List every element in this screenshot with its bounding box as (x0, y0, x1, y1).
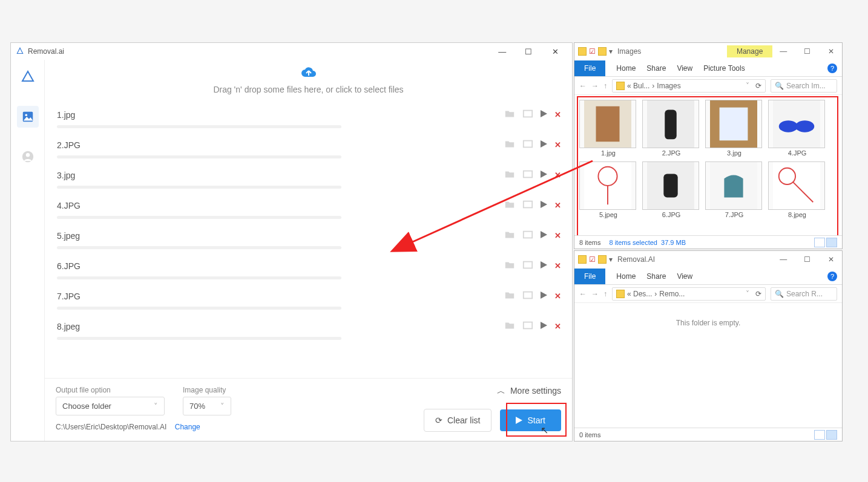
remove-button[interactable]: ✕ (554, 291, 561, 301)
nav-row: ← → ↑ « Bul... › Images ˅ ⟳ 🔍 Search Im.… (574, 77, 842, 95)
play-button[interactable] (541, 201, 547, 210)
play-button[interactable] (541, 231, 547, 240)
maximize-button[interactable]: ☐ (797, 47, 818, 56)
open-folder-icon[interactable] (504, 109, 515, 120)
preview-icon[interactable] (522, 321, 533, 332)
minimize-button[interactable]: — (772, 255, 794, 264)
up-button[interactable]: ↑ (603, 290, 607, 298)
remove-button[interactable]: ✕ (554, 110, 561, 119)
search-icon: 🔍 (775, 82, 784, 90)
app-title: Removal.ai (28, 47, 64, 56)
open-folder-icon[interactable] (504, 169, 515, 181)
file-thumbnail[interactable]: 7.JPG (705, 161, 763, 218)
back-button[interactable]: ← (579, 82, 587, 90)
svg-rect-5 (524, 141, 532, 148)
file-thumbnail[interactable]: 5.jpeg (579, 161, 637, 218)
play-button[interactable] (541, 291, 547, 301)
preview-icon[interactable] (522, 200, 533, 211)
quality-select[interactable]: 70% (183, 397, 231, 415)
nav-row: ← → ↑ « Des... › Remo... ˅ ⟳ 🔍 Search R.… (574, 285, 842, 303)
remove-button[interactable]: ✕ (554, 201, 561, 210)
play-button[interactable] (541, 140, 547, 149)
file-thumbnail[interactable]: 2.JPG (642, 100, 700, 157)
folder-icon (616, 82, 625, 90)
share-tab[interactable]: Share (646, 64, 666, 73)
help-icon[interactable]: ? (827, 272, 837, 281)
remove-button[interactable]: ✕ (554, 261, 561, 270)
search-input[interactable]: 🔍 Search Im... (771, 79, 837, 93)
window-controls: — ☐ ✕ (490, 47, 567, 56)
open-folder-icon[interactable] (504, 139, 515, 151)
open-folder-icon[interactable] (504, 290, 515, 302)
open-folder-icon[interactable] (504, 321, 515, 332)
view-tab[interactable]: View (677, 64, 692, 73)
home-tab[interactable]: Home (616, 64, 636, 73)
open-folder-icon[interactable] (504, 230, 515, 241)
forward-button[interactable]: → (591, 290, 599, 298)
address-bar[interactable]: « Des... › Remo... ˅ ⟳ (612, 287, 766, 301)
file-thumbnail[interactable]: 3.jpg (705, 100, 763, 157)
folder-icon (598, 47, 607, 56)
remove-button[interactable]: ✕ (554, 322, 561, 331)
output-folder-select[interactable]: Choose folder (56, 397, 165, 415)
chevron-down-icon[interactable]: ˅ (746, 82, 749, 90)
home-tab[interactable]: Home (616, 272, 636, 281)
preview-icon[interactable] (522, 109, 533, 120)
progress-bar (57, 246, 341, 249)
play-button[interactable] (541, 171, 547, 180)
file-tab[interactable]: File (574, 60, 605, 76)
save-icon[interactable]: ☑ (589, 47, 596, 56)
dropzone[interactable]: Drag 'n' drop some files here, or click … (45, 60, 572, 103)
dropdown-icon[interactable]: ▾ (609, 255, 613, 264)
picture-tools-tab[interactable]: Picture Tools (703, 64, 745, 73)
change-link[interactable]: Change (175, 423, 200, 431)
file-thumbnail[interactable]: 6.JPG (642, 161, 700, 218)
preview-icon[interactable] (522, 230, 533, 241)
play-button[interactable] (541, 322, 547, 331)
open-folder-icon[interactable] (504, 200, 515, 211)
remove-button[interactable]: ✕ (554, 231, 561, 240)
minimize-button[interactable]: — (772, 47, 794, 56)
preview-icon[interactable] (522, 260, 533, 272)
up-button[interactable]: ↑ (603, 82, 607, 90)
clear-list-button[interactable]: ⟳ Clear list (424, 409, 492, 432)
refresh-icon[interactable]: ⟳ (755, 290, 761, 298)
file-thumbnail[interactable]: 8.jpeg (768, 161, 826, 218)
close-button[interactable]: ✕ (543, 47, 567, 56)
file-name: 4.JPG (57, 201, 560, 210)
maximize-button[interactable]: ☐ (797, 255, 818, 264)
view-tab[interactable]: View (677, 272, 692, 281)
more-settings[interactable]: ︿ More settings (497, 386, 561, 397)
close-button[interactable]: ✕ (820, 255, 842, 264)
share-tab[interactable]: Share (646, 272, 666, 281)
minimize-button[interactable]: — (490, 47, 515, 56)
save-icon[interactable]: ☑ (589, 255, 596, 264)
play-button[interactable] (541, 110, 547, 119)
address-bar[interactable]: « Bul... › Images ˅ ⟳ (612, 79, 766, 93)
file-thumbnail[interactable]: 4.JPG (768, 100, 826, 157)
file-tab[interactable]: File (574, 269, 605, 284)
rail-images-tab[interactable] (17, 106, 39, 128)
chevron-down-icon[interactable]: ˅ (746, 290, 749, 298)
manage-tab[interactable]: Manage (727, 45, 772, 57)
preview-icon[interactable] (522, 169, 533, 181)
refresh-icon[interactable]: ⟳ (755, 82, 761, 90)
remove-button[interactable]: ✕ (554, 171, 561, 180)
file-thumbnail[interactable]: 1.jpg (579, 100, 637, 157)
close-button[interactable]: ✕ (820, 47, 842, 56)
preview-icon[interactable] (522, 139, 533, 151)
open-folder-icon[interactable] (504, 260, 515, 272)
view-mode-toggle[interactable] (814, 238, 837, 247)
back-button[interactable]: ← (579, 290, 587, 298)
search-input[interactable]: 🔍 Search R... (771, 287, 837, 301)
help-icon[interactable]: ? (827, 64, 837, 73)
view-mode-toggle[interactable] (814, 430, 837, 440)
remove-button[interactable]: ✕ (554, 140, 561, 149)
rail-profile-tab[interactable] (17, 146, 39, 168)
maximize-button[interactable]: ☐ (516, 47, 541, 56)
preview-icon[interactable] (522, 290, 533, 302)
rail-logo[interactable] (17, 66, 39, 88)
forward-button[interactable]: → (591, 82, 599, 90)
dropdown-icon[interactable]: ▾ (609, 47, 613, 56)
play-button[interactable] (541, 261, 547, 270)
